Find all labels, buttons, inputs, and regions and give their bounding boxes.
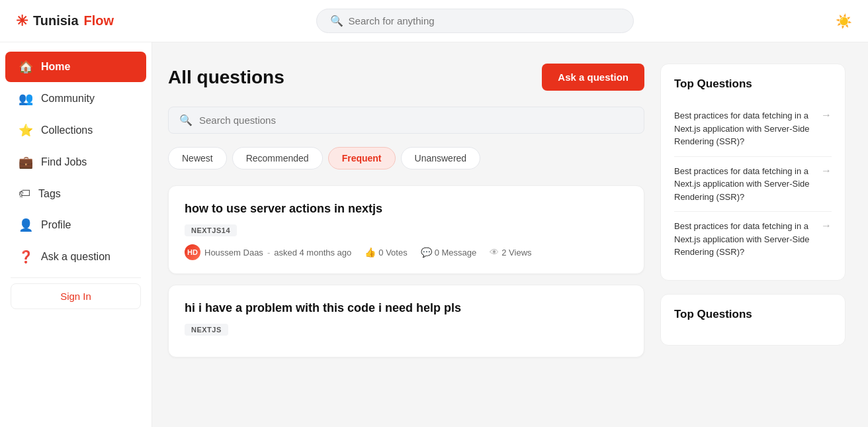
sidebar-label-community: Community — [41, 93, 95, 105]
right-sidebar: Top Questions Best practices for data fe… — [660, 64, 846, 406]
asked-time: - — [267, 248, 270, 258]
avatar: HD — [185, 244, 200, 260]
page-title: All questions — [168, 67, 284, 88]
views-stat: 👁 2 Views — [490, 247, 531, 258]
ask-question-icon: ❓ — [19, 250, 33, 264]
top-questions-card: Top Questions Best practices for data fe… — [660, 64, 846, 281]
global-search-input[interactable] — [349, 15, 620, 26]
tab-frequent[interactable]: Frequent — [328, 147, 396, 169]
top-question-text: Best practices for data fetching in a Ne… — [674, 109, 816, 148]
logo-flow: Flow — [84, 13, 114, 28]
tab-recommended[interactable]: Recommended — [232, 147, 323, 169]
sidebar-item-community[interactable]: 👥 Community — [5, 83, 146, 114]
top-question-text: Best practices for data fetching in a Ne… — [674, 220, 816, 259]
theme-toggle-icon[interactable]: ☀️ — [836, 13, 852, 29]
sidebar-label-profile: Profile — [41, 219, 71, 231]
top-question-item[interactable]: Best practices for data fetching in a Ne… — [674, 101, 832, 157]
messages-count: 0 Message — [435, 248, 477, 258]
top-question-text: Best practices for data fetching in a Ne… — [674, 165, 816, 204]
eye-icon: 👁 — [490, 247, 499, 258]
top-questions-title-2: Top Questions — [674, 308, 832, 321]
question-tag[interactable]: NEXTJS — [185, 324, 228, 336]
community-icon: 👥 — [19, 91, 33, 106]
sidebar-label-find-jobs: Find Jobs — [41, 156, 87, 168]
asked-time-label: asked 4 months ago — [274, 248, 351, 258]
questions-area: All questions Ask a question 🔍 Newest Re… — [168, 64, 644, 406]
search-questions-icon: 🔍 — [179, 114, 193, 126]
sign-in-label: Sign In — [60, 291, 91, 302]
question-title[interactable]: hi i have a problem with this code i nee… — [185, 301, 628, 315]
top-questions-card-2: Top Questions — [660, 294, 846, 346]
top-question-item[interactable]: Best practices for data fetching in a Ne… — [674, 157, 832, 213]
tab-unanswered[interactable]: Unanswered — [401, 147, 481, 169]
logo-tunisia: Tunisia — [33, 13, 79, 28]
sidebar-item-home[interactable]: 🏠 Home — [5, 52, 146, 82]
home-icon: 🏠 — [19, 60, 33, 74]
votes-count: 0 Votes — [378, 248, 407, 258]
sidebar-item-ask-question[interactable]: ❓ Ask a question — [5, 242, 146, 272]
message-icon: 💬 — [421, 247, 432, 258]
arrow-right-icon: → — [821, 165, 832, 177]
question-card: hi i have a problem with this code i nee… — [168, 285, 644, 357]
profile-icon: 👤 — [19, 218, 33, 232]
votes-stat: 👍 0 Votes — [365, 247, 407, 258]
main-content: All questions Ask a question 🔍 Newest Re… — [152, 42, 868, 427]
sidebar: 🏠 Home 👥 Community ⭐ Collections 💼 Find … — [0, 42, 152, 427]
thumbs-up-icon: 👍 — [365, 247, 376, 258]
sidebar-item-collections[interactable]: ⭐ Collections — [5, 115, 146, 146]
sign-in-button[interactable]: Sign In — [11, 283, 141, 309]
questions-header: All questions Ask a question — [168, 64, 644, 91]
search-questions-bar[interactable]: 🔍 — [168, 107, 644, 134]
question-card: how to use server actions in nextjs NEXT… — [168, 185, 644, 274]
sidebar-item-profile[interactable]: 👤 Profile — [5, 210, 146, 240]
avatar-initials: HD — [187, 248, 198, 256]
views-count: 2 Views — [501, 248, 531, 258]
arrow-right-icon: → — [821, 109, 832, 121]
find-jobs-icon: 💼 — [19, 155, 33, 169]
sidebar-item-find-jobs[interactable]: 💼 Find Jobs — [5, 147, 146, 177]
sidebar-label-ask-question: Ask a question — [41, 251, 110, 263]
question-author: HD Houssem Daas - asked 4 months ago — [185, 244, 351, 260]
author-name: Houssem Daas — [204, 248, 263, 258]
top-questions-title: Top Questions — [674, 77, 832, 91]
sidebar-label-home: Home — [41, 61, 70, 73]
sidebar-label-tags: Tags — [38, 188, 61, 200]
question-tag[interactable]: NEXTJS14 — [185, 224, 237, 236]
header: ✳ Tunisia Flow 🔍 ☀️ — [0, 0, 868, 42]
question-title[interactable]: how to use server actions in nextjs — [185, 202, 628, 216]
arrow-right-icon: → — [821, 220, 832, 232]
collections-icon: ⭐ — [19, 123, 33, 138]
tags-icon: 🏷 — [19, 187, 30, 201]
sidebar-label-collections: Collections — [41, 124, 93, 136]
top-question-item[interactable]: Best practices for data fetching in a Ne… — [674, 212, 832, 267]
logo-icon: ✳ — [16, 13, 28, 30]
messages-stat: 💬 0 Message — [421, 247, 477, 258]
logo: ✳ Tunisia Flow — [16, 13, 114, 30]
ask-question-button[interactable]: Ask a question — [542, 64, 644, 91]
search-questions-input[interactable] — [199, 115, 633, 126]
tab-newest[interactable]: Newest — [168, 147, 227, 169]
question-meta: HD Houssem Daas - asked 4 months ago 👍 0… — [185, 244, 628, 260]
sidebar-divider — [11, 277, 141, 278]
layout: 🏠 Home 👥 Community ⭐ Collections 💼 Find … — [0, 0, 868, 427]
global-search-bar[interactable]: 🔍 — [316, 9, 634, 33]
search-icon: 🔍 — [330, 15, 343, 27]
filter-tabs: Newest Recommended Frequent Unanswered — [168, 147, 644, 169]
sidebar-item-tags[interactable]: 🏷 Tags — [5, 179, 146, 209]
